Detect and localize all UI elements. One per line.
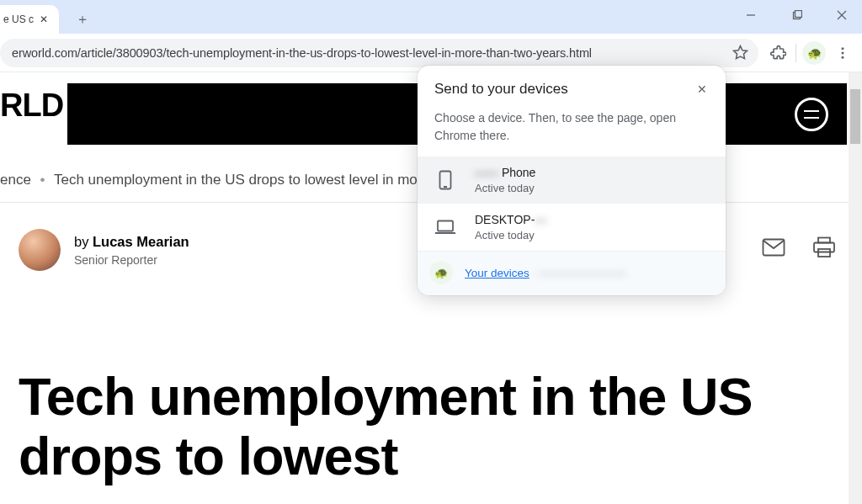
browser-titlebar: e US c ✕ ＋ xyxy=(0,0,862,34)
profile-avatar[interactable]: 🐢 xyxy=(800,39,828,67)
device-row-phone[interactable]: —— Phone Active today xyxy=(418,157,726,204)
author-avatar xyxy=(19,229,61,271)
author-role: Senior Reporter xyxy=(74,253,189,267)
hamburger-menu-button[interactable] xyxy=(795,98,828,131)
minimize-button[interactable] xyxy=(739,7,763,24)
email-share-icon[interactable] xyxy=(761,235,786,260)
device-row-desktop[interactable]: DESKTOP-— Active today xyxy=(418,204,726,251)
your-devices-link[interactable]: Your devices xyxy=(465,267,529,279)
author-name[interactable]: Lucas Mearian xyxy=(93,234,189,249)
breadcrumb-separator: • xyxy=(40,172,45,188)
device-status: Active today xyxy=(475,182,535,194)
popup-close-button[interactable]: ✕ xyxy=(692,79,712,99)
scrollbar[interactable] xyxy=(849,72,862,504)
svg-point-7 xyxy=(842,51,844,54)
close-tab-icon[interactable]: ✕ xyxy=(37,13,51,26)
author-name-line: by Lucas Mearian xyxy=(74,234,189,250)
popup-footer: 🐢 Your devices · ———————— xyxy=(418,251,726,295)
popup-header: Send to your devices ✕ Choose a device. … xyxy=(418,66,726,157)
device-text: DESKTOP-— Active today xyxy=(475,213,546,241)
phone-icon xyxy=(434,169,456,191)
maximize-button[interactable] xyxy=(785,7,808,24)
popup-description: Choose a device. Then, to see the page, … xyxy=(434,109,709,145)
tab-title: e US c xyxy=(3,13,34,25)
extensions-icon[interactable] xyxy=(764,39,792,67)
popup-title: Send to your devices xyxy=(434,81,709,98)
device-name: —— Phone xyxy=(475,166,535,179)
device-status: Active today xyxy=(475,229,546,241)
device-name: DESKTOP-— xyxy=(475,213,546,226)
svg-rect-15 xyxy=(438,221,453,231)
divider xyxy=(795,44,796,62)
article-headline: Tech unemployment in the US drops to low… xyxy=(19,367,828,486)
send-to-devices-popup: Send to your devices ✕ Choose a device. … xyxy=(418,66,726,295)
breadcrumb-item[interactable]: ence xyxy=(0,172,31,188)
url-text: erworld.com/article/3800903/tech-unemplo… xyxy=(12,46,728,60)
share-actions xyxy=(761,235,837,260)
avatar-icon: 🐢 xyxy=(802,41,826,65)
byline-text: by Lucas Mearian Senior Reporter xyxy=(74,234,189,267)
hamburger-icon xyxy=(804,110,819,119)
breadcrumb-item: Tech unemployment in the US drops to low… xyxy=(54,172,422,188)
svg-rect-12 xyxy=(818,249,830,257)
svg-rect-2 xyxy=(795,10,801,17)
browser-tab[interactable]: e US c ✕ xyxy=(0,5,59,34)
svg-point-8 xyxy=(842,56,844,58)
svg-rect-11 xyxy=(814,243,834,252)
scrollbar-thumb[interactable] xyxy=(850,89,860,144)
footer-avatar-icon: 🐢 xyxy=(429,261,453,284)
footer-account-text: · ———————— xyxy=(533,267,626,279)
laptop-icon xyxy=(434,216,456,238)
new-tab-button[interactable]: ＋ xyxy=(71,8,94,31)
device-text: —— Phone Active today xyxy=(475,166,535,194)
brand-wordmark: RLD xyxy=(0,88,63,124)
svg-point-6 xyxy=(842,47,844,50)
print-icon[interactable] xyxy=(811,235,837,260)
close-window-button[interactable] xyxy=(830,7,854,24)
svg-marker-5 xyxy=(733,46,747,59)
bookmark-star-icon[interactable] xyxy=(728,45,752,61)
omnibox[interactable]: erworld.com/article/3800903/tech-unemplo… xyxy=(0,39,758,67)
window-controls xyxy=(739,7,854,24)
kebab-menu-icon[interactable] xyxy=(828,39,857,67)
